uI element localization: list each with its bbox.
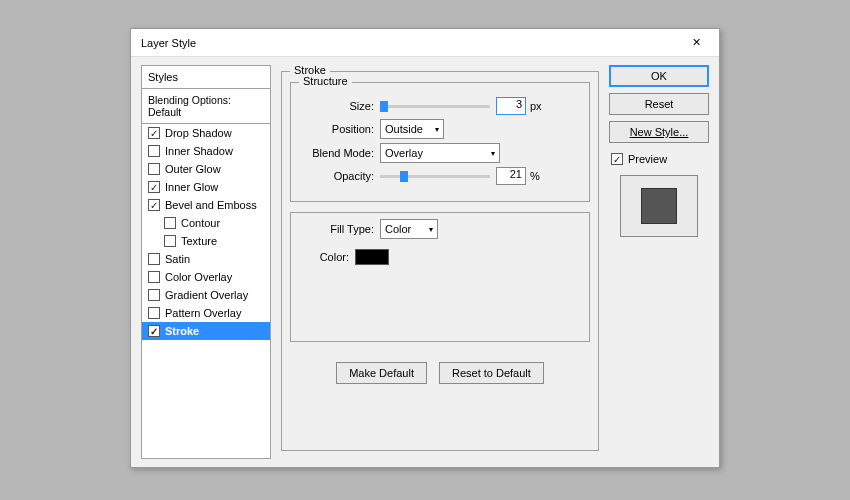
checkbox[interactable]	[148, 145, 160, 157]
styles-header[interactable]: Styles	[142, 66, 270, 89]
size-slider[interactable]	[380, 105, 490, 108]
style-item-pattern-overlay[interactable]: Pattern Overlay	[142, 304, 270, 322]
fill-type-select[interactable]: Color▾	[380, 219, 438, 239]
style-item-label: Inner Shadow	[165, 145, 233, 157]
style-item-contour[interactable]: Contour	[142, 214, 270, 232]
size-unit: px	[530, 100, 542, 112]
blend-mode-select[interactable]: Overlay▾	[380, 143, 500, 163]
preview-box	[620, 175, 698, 237]
preview-swatch	[641, 188, 677, 224]
opacity-row: Opacity: 21 %	[299, 167, 581, 185]
checkbox[interactable]	[164, 235, 176, 247]
blend-mode-value: Overlay	[385, 147, 423, 159]
style-item-color-overlay[interactable]: Color Overlay	[142, 268, 270, 286]
style-item-gradient-overlay[interactable]: Gradient Overlay	[142, 286, 270, 304]
position-select[interactable]: Outside▾	[380, 119, 444, 139]
style-item-bevel-and-emboss[interactable]: ✓Bevel and Emboss	[142, 196, 270, 214]
checkbox[interactable]: ✓	[148, 127, 160, 139]
position-label: Position:	[299, 123, 374, 135]
right-column: OK Reset New Style... ✓ Preview	[609, 65, 709, 459]
style-item-label: Color Overlay	[165, 271, 232, 283]
checkbox[interactable]	[148, 307, 160, 319]
preview-checkbox[interactable]: ✓	[611, 153, 623, 165]
chevron-down-icon: ▾	[435, 125, 439, 134]
size-label: Size:	[299, 100, 374, 112]
opacity-label: Opacity:	[299, 170, 374, 182]
style-item-label: Stroke	[165, 325, 199, 337]
checkbox[interactable]	[148, 163, 160, 175]
structure-group: Structure Size: 3 px Position: Outside▾	[290, 82, 590, 202]
style-item-stroke[interactable]: ✓Stroke	[142, 322, 270, 340]
style-item-label: Texture	[181, 235, 217, 247]
checkbox[interactable]	[148, 271, 160, 283]
default-buttons-row: Make Default Reset to Default	[290, 362, 590, 384]
style-item-drop-shadow[interactable]: ✓Drop Shadow	[142, 124, 270, 142]
style-item-inner-shadow[interactable]: Inner Shadow	[142, 142, 270, 160]
blending-options-row[interactable]: Blending Options: Default	[142, 89, 270, 124]
checkbox[interactable]	[148, 289, 160, 301]
fill-type-value: Color	[385, 223, 411, 235]
close-icon: ✕	[692, 36, 701, 49]
style-item-label: Outer Glow	[165, 163, 221, 175]
dialog-body: Styles Blending Options: Default ✓Drop S…	[131, 57, 719, 467]
style-item-label: Contour	[181, 217, 220, 229]
checkbox[interactable]: ✓	[148, 325, 160, 337]
style-item-label: Satin	[165, 253, 190, 265]
color-label: Color:	[299, 251, 349, 263]
style-item-label: Drop Shadow	[165, 127, 232, 139]
opacity-input[interactable]: 21	[496, 167, 526, 185]
chevron-down-icon: ▾	[429, 225, 433, 234]
reset-to-default-button[interactable]: Reset to Default	[439, 362, 544, 384]
checkbox[interactable]: ✓	[148, 199, 160, 211]
fill-type-label: Fill Type:	[299, 223, 374, 235]
style-item-label: Gradient Overlay	[165, 289, 248, 301]
layer-style-dialog: Layer Style ✕ Styles Blending Options: D…	[130, 28, 720, 468]
style-item-label: Inner Glow	[165, 181, 218, 193]
checkbox[interactable]	[148, 253, 160, 265]
color-row: Color:	[299, 249, 581, 265]
fill-group: Fill Type: Color▾ Color:	[290, 212, 590, 342]
opacity-unit: %	[530, 170, 540, 182]
structure-title: Structure	[299, 75, 352, 87]
style-item-inner-glow[interactable]: ✓Inner Glow	[142, 178, 270, 196]
color-swatch[interactable]	[355, 249, 389, 265]
ok-button[interactable]: OK	[609, 65, 709, 87]
chevron-down-icon: ▾	[491, 149, 495, 158]
style-item-outer-glow[interactable]: Outer Glow	[142, 160, 270, 178]
checkbox[interactable]	[164, 217, 176, 229]
fill-type-row: Fill Type: Color▾	[299, 219, 581, 239]
new-style-button[interactable]: New Style...	[609, 121, 709, 143]
style-item-satin[interactable]: Satin	[142, 250, 270, 268]
opacity-slider[interactable]	[380, 175, 490, 178]
checkbox[interactable]: ✓	[148, 181, 160, 193]
size-input[interactable]: 3	[496, 97, 526, 115]
make-default-button[interactable]: Make Default	[336, 362, 427, 384]
preview-checkbox-row[interactable]: ✓ Preview	[609, 149, 709, 169]
blend-mode-row: Blend Mode: Overlay▾	[299, 143, 581, 163]
size-row: Size: 3 px	[299, 97, 581, 115]
stroke-settings: Stroke Structure Size: 3 px Position: Ou…	[281, 65, 599, 459]
position-row: Position: Outside▾	[299, 119, 581, 139]
style-item-label: Bevel and Emboss	[165, 199, 257, 211]
stroke-group: Stroke Structure Size: 3 px Position: Ou…	[281, 71, 599, 451]
close-button[interactable]: ✕	[679, 32, 713, 54]
styles-panel: Styles Blending Options: Default ✓Drop S…	[141, 65, 271, 459]
style-item-texture[interactable]: Texture	[142, 232, 270, 250]
titlebar: Layer Style ✕	[131, 29, 719, 57]
preview-label: Preview	[628, 153, 667, 165]
style-item-label: Pattern Overlay	[165, 307, 241, 319]
blend-mode-label: Blend Mode:	[299, 147, 374, 159]
reset-button[interactable]: Reset	[609, 93, 709, 115]
window-title: Layer Style	[141, 37, 196, 49]
position-value: Outside	[385, 123, 423, 135]
